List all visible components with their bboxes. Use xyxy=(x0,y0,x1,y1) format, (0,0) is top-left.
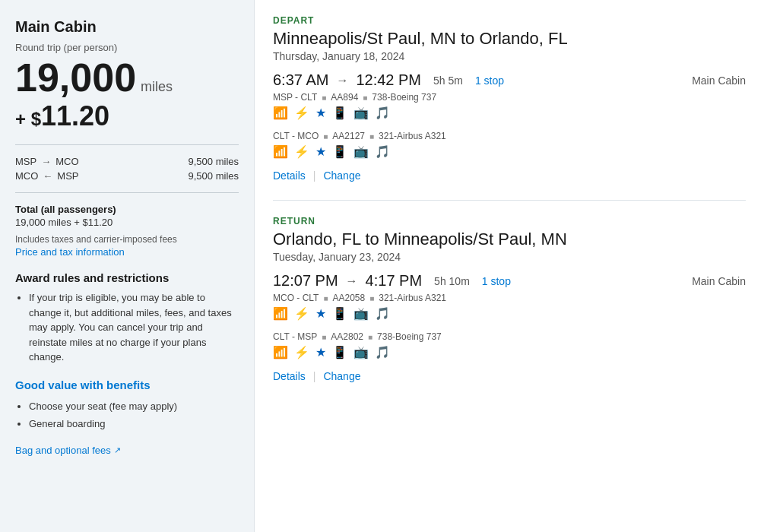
return-leg2-aircraft: 738-Boeing 737 xyxy=(377,331,442,342)
fee-amount: 11.20 xyxy=(41,100,109,131)
depart-leg1-stops: 1 stop xyxy=(475,74,504,87)
phone-icon-4: 📱 xyxy=(332,345,347,359)
tv-icon-4: 📺 xyxy=(353,345,369,359)
depart-leg1-cabin: Main Cabin xyxy=(692,74,746,87)
entertainment-icon: ★ xyxy=(315,106,326,120)
good-value: Good value with benefits Choose your sea… xyxy=(15,378,239,433)
good-value-item-1: Choose your seat (fee may apply) xyxy=(29,397,239,415)
wifi-icon-2: 📶 xyxy=(273,144,288,159)
return-leg1-flight: AA2058 xyxy=(333,293,366,303)
miles-row: 19,000 miles xyxy=(15,58,239,97)
depart-route: Minneapolis/St Paul, MN to Orlando, FL xyxy=(273,29,746,49)
right-panel: DEPART Minneapolis/St Paul, MN to Orland… xyxy=(255,0,764,532)
total-section: Total (all passengers) 19,000 miles + $1… xyxy=(15,204,239,228)
return-date: Tuesday, January 23, 2024 xyxy=(273,251,746,263)
wifi-icon: 📶 xyxy=(273,106,288,120)
award-rules-list: If your trip is eligible, you may be abl… xyxy=(15,290,239,365)
seg1-to: MCO xyxy=(55,156,78,167)
external-link-icon: ↗ xyxy=(114,445,121,455)
action-separator: | xyxy=(313,169,316,182)
right-arrow-icon: → xyxy=(336,74,348,87)
depart-leg1-times: 6:37 AM → 12:42 PM 5h 5m 1 stop Main Cab… xyxy=(273,71,746,89)
wifi-icon-4: 📶 xyxy=(273,345,288,359)
power-icon-4: ⚡ xyxy=(294,345,309,359)
depart-label: DEPART xyxy=(273,15,746,26)
phone-icon-3: 📱 xyxy=(332,306,347,321)
miles-number: 19,000 xyxy=(15,58,136,97)
return-route: Orlando, FL to Minneapolis/St Paul, MN xyxy=(273,230,746,249)
music-icon: 🎵 xyxy=(375,106,390,120)
return-leg2-amenities: 📶 ⚡ ★ 📱 📺 🎵 xyxy=(273,345,746,359)
segment-row-1: MSP → MCO 9,500 miles xyxy=(15,156,239,167)
tv-icon-2: 📺 xyxy=(353,144,369,159)
return-label: RETURN xyxy=(273,216,746,226)
right-arrow-icon-2: → xyxy=(346,274,358,288)
depart-leg2-flight: AA2127 xyxy=(332,131,365,141)
divider-2 xyxy=(15,192,239,193)
tv-icon: 📺 xyxy=(353,106,369,120)
seg1-from: MSP xyxy=(15,156,36,167)
return-change-link[interactable]: Change xyxy=(323,370,360,382)
entertainment-icon-3: ★ xyxy=(315,306,326,321)
trip-type: Round trip (per person) xyxy=(15,42,239,53)
good-value-title: Good value with benefits xyxy=(15,378,239,391)
return-leg1-aircraft: 321-Airbus A321 xyxy=(379,293,446,303)
depart-leg1-aircraft: 738-Boeing 737 xyxy=(372,92,436,103)
total-value: 19,000 miles + $11.20 xyxy=(15,217,239,228)
return-leg1-airports: MCO - CLT xyxy=(273,293,319,303)
return-leg1-stops: 1 stop xyxy=(482,275,511,287)
depart-leg1-depart-time: 6:37 AM xyxy=(273,71,328,89)
price-tax-link[interactable]: Price and tax information xyxy=(15,246,125,258)
return-leg2-flight: AA2802 xyxy=(331,331,363,342)
return-action-row: Details | Change xyxy=(273,370,746,382)
seg1-miles: 9,500 miles xyxy=(189,156,239,167)
bag-fees-label: Bag and optional fees xyxy=(15,445,111,456)
depart-leg1-arrive-time: 12:42 PM xyxy=(356,71,421,89)
depart-leg1-info: MSP - CLT ■ AA894 ■ 738-Boeing 737 xyxy=(273,92,746,103)
fee-plus: + $ xyxy=(15,109,41,129)
depart-leg1-duration: 5h 5m xyxy=(433,74,463,87)
bag-fees-link[interactable]: Bag and optional fees ↗ xyxy=(15,445,121,456)
depart-leg1-airports: MSP - CLT xyxy=(273,92,317,103)
seg2-from: MCO xyxy=(15,170,38,182)
fee-row: + $11.20 xyxy=(15,100,239,132)
depart-details-link[interactable]: Details xyxy=(273,169,306,182)
music-icon-4: 🎵 xyxy=(375,345,390,359)
power-icon-2: ⚡ xyxy=(294,144,309,159)
entertainment-icon-4: ★ xyxy=(315,345,326,359)
return-leg1-amenities: 📶 ⚡ ★ 📱 📺 🎵 xyxy=(273,306,746,321)
music-icon-2: 🎵 xyxy=(375,144,390,159)
depart-leg2-info: CLT - MCO ■ AA2127 ■ 321-Airbus A321 xyxy=(273,131,746,141)
depart-action-row: Details | Change xyxy=(273,169,746,182)
award-rules-title: Award rules and restrictions xyxy=(15,271,239,284)
return-leg2-airports: CLT - MSP xyxy=(273,331,317,342)
divider-1 xyxy=(15,144,239,145)
entertainment-icon-2: ★ xyxy=(315,144,326,159)
seg1-arrow: → xyxy=(41,156,51,167)
power-icon-3: ⚡ xyxy=(294,306,309,321)
return-details-link[interactable]: Details xyxy=(273,370,306,382)
return-leg1-duration: 5h 10m xyxy=(434,275,470,287)
depart-leg2-amenities: 📶 ⚡ ★ 📱 📺 🎵 xyxy=(273,144,746,159)
depart-date: Thursday, January 18, 2024 xyxy=(273,50,746,62)
depart-leg2-aircraft: 321-Airbus A321 xyxy=(379,131,446,141)
return-leg1-cabin: Main Cabin xyxy=(692,275,746,287)
depart-leg1-amenities: 📶 ⚡ ★ 📱 📺 🎵 xyxy=(273,106,746,120)
seg2-to: MSP xyxy=(57,170,78,182)
phone-icon-2: 📱 xyxy=(332,144,347,159)
left-panel: Main Cabin Round trip (per person) 19,00… xyxy=(0,0,255,532)
section-divider xyxy=(273,200,746,201)
music-icon-3: 🎵 xyxy=(375,306,390,321)
return-leg1-arrive-time: 4:17 PM xyxy=(366,272,422,290)
phone-icon: 📱 xyxy=(332,106,347,120)
depart-change-link[interactable]: Change xyxy=(323,169,360,182)
action-separator-2: | xyxy=(313,370,316,382)
depart-leg2-airports: CLT - MCO xyxy=(273,131,319,141)
miles-label: miles xyxy=(141,79,173,95)
segment-table: MSP → MCO 9,500 miles MCO ← MSP 9,500 mi… xyxy=(15,156,239,182)
wifi-icon-3: 📶 xyxy=(273,306,288,321)
tv-icon-3: 📺 xyxy=(353,306,369,321)
return-leg2-info: CLT - MSP ■ AA2802 ■ 738-Boeing 737 xyxy=(273,331,746,342)
includes-text: Includes taxes and carrier-imposed fees xyxy=(15,234,239,245)
total-label: Total (all passengers) xyxy=(15,204,239,215)
